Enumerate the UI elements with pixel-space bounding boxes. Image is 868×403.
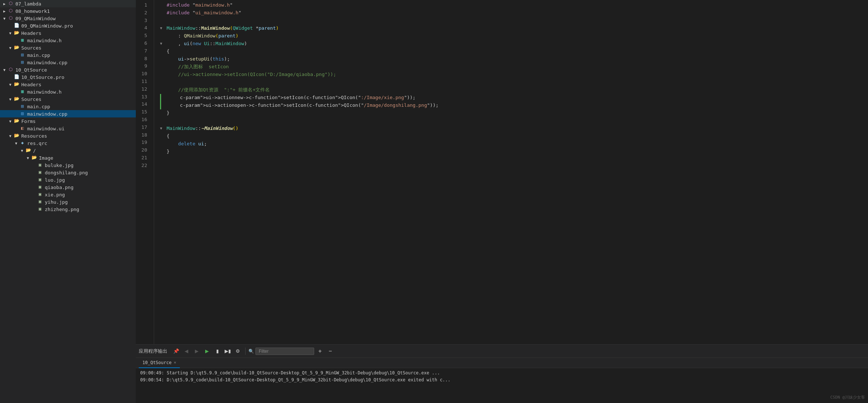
tree-item-09_mainwindow_h[interactable]: ▦mainwindow.h <box>0 37 136 44</box>
tree-icon-folder: 📂 <box>13 96 20 102</box>
fold-arrow-6[interactable]: ▼ <box>160 40 166 47</box>
tree-item-10_slash[interactable]: ▼📂/ <box>0 147 136 154</box>
tree-item-10_forms[interactable]: ▼📂Forms <box>0 117 136 125</box>
tree-arrow-09_QMainWindow: ▼ <box>1 17 7 21</box>
tree-arrow-10_res_qrc: ▼ <box>13 141 19 145</box>
fold-arrow-3[interactable] <box>160 17 166 18</box>
next-button[interactable]: ▶ <box>192 347 201 356</box>
tree-item-10_zhizheng[interactable]: ▣zhizheng.png <box>0 206 136 213</box>
tree-item-10_headers[interactable]: ▼📂Headers <box>0 81 136 88</box>
code-line-2: #include "ui_mainwindow.h" <box>160 9 868 17</box>
remove-button[interactable]: − <box>326 347 335 356</box>
run-button[interactable]: ▶ <box>203 347 211 356</box>
fold-arrow-12[interactable] <box>160 86 166 87</box>
tree-item-10_yihu[interactable]: ▣yihu.jpg <box>0 198 136 206</box>
output-content[interactable]: 09:00:49: Starting D:\qt5.9.9_code\build… <box>136 368 868 403</box>
file-tree[interactable]: ▶⬡07_lambda▶⬡08_homework1▼⬡09_QMainWindo… <box>0 0 136 403</box>
tree-label-10_zhizheng: zhizheng.png <box>45 207 136 212</box>
pin-button[interactable]: 📌 <box>172 347 181 356</box>
output-tabs: 10_QtSource ✕ <box>136 358 868 368</box>
tree-label-10_luo: luo.jpg <box>45 177 136 183</box>
tree-icon-file-cpp: ▤ <box>19 59 26 65</box>
stop-button[interactable]: ▮ <box>213 347 222 356</box>
code-line-13: c-param">ui->actionnew->c-function">setI… <box>160 94 868 102</box>
output-label: 应用程序输出 <box>139 348 167 355</box>
code-line-22 <box>160 163 868 171</box>
fold-arrow-9[interactable] <box>160 63 166 64</box>
tree-label-09_sources: Sources <box>21 45 136 51</box>
fold-arrow-13[interactable] <box>162 94 168 95</box>
tree-label-09_mainwindow_h: mainwindow.h <box>27 38 136 43</box>
fold-arrow-14[interactable] <box>162 102 168 102</box>
tab-close-icon[interactable]: ✕ <box>174 360 176 365</box>
tree-arrow-10_QtSource: ▼ <box>1 68 7 72</box>
tree-item-09_QMainWindow_pro[interactable]: 📄09_QMainWindow.pro <box>0 22 136 29</box>
tree-item-10_res_qrc[interactable]: ▼◈res.qrc <box>0 139 136 147</box>
code-text-14: c-param">ui->actionopen->c-function">set… <box>168 102 868 109</box>
fold-arrow-20[interactable] <box>160 148 166 149</box>
tree-label-10_qiaoba: qiaoba.png <box>45 185 136 190</box>
line-number-22: 22 <box>136 162 150 170</box>
filter-input[interactable] <box>255 348 314 355</box>
fold-arrow-21[interactable] <box>160 156 166 156</box>
tree-icon-folder: 📂 <box>25 148 32 153</box>
code-text-9: //加入图标 setIcon <box>167 63 868 71</box>
tree-arrow-07_lambda: ▶ <box>1 2 7 6</box>
tree-item-10_sources[interactable]: ▼📂Sources <box>0 95 136 103</box>
tree-item-10_QtSource_pro[interactable]: 📄10_QtSource.pro <box>0 73 136 81</box>
tree-item-09_sources[interactable]: ▼📂Sources <box>0 44 136 51</box>
tree-icon-file-qrc: ◈ <box>19 140 26 146</box>
fold-arrow-16[interactable] <box>160 117 166 118</box>
tree-item-10_mainwindow_ui[interactable]: ◧mainwindow.ui <box>0 125 136 132</box>
line-number-20: 20 <box>136 146 150 154</box>
tree-item-10_mainwindow_h[interactable]: ▦mainwindow.h <box>0 88 136 95</box>
tree-item-10_QtSource[interactable]: ▼⬡10_QtSource <box>0 66 136 73</box>
fold-arrow-2[interactable] <box>160 9 166 10</box>
tree-label-09_QMainWindow: 09_QMainWindow <box>15 16 136 21</box>
tree-label-10_forms: Forms <box>21 119 136 124</box>
tree-item-09_QMainWindow[interactable]: ▼⬡09_QMainWindow <box>0 15 136 22</box>
tree-item-10_xie[interactable]: ▣xie.png <box>0 191 136 198</box>
fold-arrow-15[interactable] <box>160 109 166 110</box>
fold-arrow-11[interactable] <box>160 79 166 79</box>
tree-item-10_buluke[interactable]: ▣buluke.jpg <box>0 161 136 169</box>
tree-item-10_main_cpp[interactable]: ▤main.cpp <box>0 103 136 110</box>
separator <box>245 348 246 355</box>
fold-arrow-17[interactable]: ▼ <box>160 125 166 131</box>
fold-arrow-4[interactable]: ▼ <box>160 25 166 31</box>
tree-item-10_image[interactable]: ▼📂Image <box>0 154 136 161</box>
output-tab-10qtsource[interactable]: 10_QtSource ✕ <box>139 358 180 368</box>
tree-item-10_luo[interactable]: ▣luo.jpg <box>0 176 136 184</box>
code-content[interactable]: #include "mainwindow.h"#include "ui_main… <box>154 0 868 344</box>
tree-item-09_mainwindow_cpp[interactable]: ▤mainwindow.cpp <box>0 59 136 66</box>
line-number-11: 11 <box>136 78 150 86</box>
tree-item-10_mainwindow_cpp[interactable]: ▤mainwindow.cpp <box>0 110 136 117</box>
fold-arrow-1[interactable] <box>160 1 166 2</box>
tree-item-09_headers[interactable]: ▼📂Headers <box>0 29 136 37</box>
tree-item-10_qiaoba[interactable]: ▣qiaoba.png <box>0 184 136 191</box>
tree-icon-folder: 📂 <box>13 133 20 139</box>
prev-button[interactable]: ◀ <box>182 347 191 356</box>
fold-arrow-22[interactable] <box>160 163 166 164</box>
fold-arrow-7[interactable] <box>160 48 166 48</box>
line-number-12: 12 <box>136 86 150 93</box>
fold-arrow-10[interactable] <box>160 71 166 72</box>
tree-item-10_dongshilang[interactable]: ▣dongshilang.png <box>0 169 136 176</box>
code-line-3 <box>160 17 868 25</box>
settings-button[interactable]: ⚙ <box>233 347 242 356</box>
tree-item-07_lambda[interactable]: ▶⬡07_lambda <box>0 0 136 7</box>
tree-arrow-10_image: ▼ <box>25 156 31 160</box>
step-button[interactable]: ▶▮ <box>223 347 232 356</box>
line-number-5: 5 <box>136 32 150 40</box>
fold-arrow-18[interactable] <box>160 132 166 133</box>
tree-label-07_lambda: 07_lambda <box>15 1 136 7</box>
tree-item-09_main_cpp[interactable]: ▤main.cpp <box>0 51 136 59</box>
fold-arrow-5[interactable] <box>160 32 166 33</box>
tree-label-09_mainwindow_cpp: mainwindow.cpp <box>27 60 136 65</box>
code-text-10: //ui->actionnew->setIcon(QIcon("D:/Image… <box>167 71 868 79</box>
fold-arrow-8[interactable] <box>160 55 166 56</box>
add-button[interactable]: + <box>316 347 324 356</box>
tree-item-10_resources[interactable]: ▼📂Resources <box>0 132 136 139</box>
fold-arrow-19[interactable] <box>160 140 166 141</box>
tree-item-08_homework1[interactable]: ▶⬡08_homework1 <box>0 7 136 15</box>
